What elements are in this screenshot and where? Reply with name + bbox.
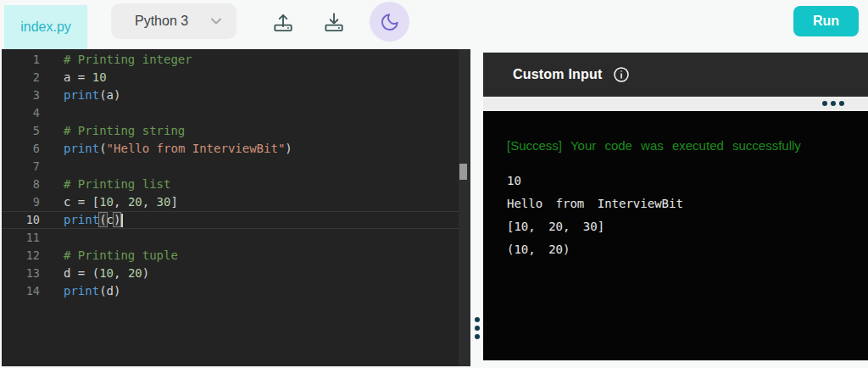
moon-icon: [379, 11, 401, 33]
code-line[interactable]: 10print(c): [2, 211, 459, 229]
code-line[interactable]: 9c = [10, 20, 30]: [2, 193, 459, 211]
line-number: 6: [2, 140, 40, 158]
handle-dot: [822, 101, 827, 106]
line-content: print(d): [64, 282, 120, 300]
chevron-down-icon: [209, 14, 223, 28]
io-split-strip: [483, 97, 868, 111]
handle-dot: [831, 101, 836, 106]
code-line[interactable]: 3print(a): [2, 86, 459, 104]
code-line[interactable]: 4: [2, 104, 459, 122]
panel-resize-handle-vertical[interactable]: [470, 49, 483, 368]
line-content: print(c): [64, 211, 123, 229]
top-toolbar: index.py Python 3 Run: [0, 0, 868, 49]
console-line: Hello from InterviewBit: [507, 192, 860, 215]
handle-dot: [839, 101, 844, 106]
line-number: 14: [2, 282, 40, 300]
handle-dot: [475, 334, 480, 339]
line-number: 5: [2, 122, 40, 140]
tab-label: index.py: [20, 20, 71, 35]
line-number: 12: [2, 247, 40, 265]
code-line[interactable]: 7: [2, 158, 459, 176]
line-number: 8: [2, 176, 40, 193]
editor-scrollbar-thumb[interactable]: [459, 164, 467, 180]
code-line[interactable]: 5# Printing string: [2, 122, 459, 140]
handle-dot: [475, 326, 480, 331]
line-number: 9: [2, 193, 40, 211]
download-icon: [322, 11, 346, 35]
console-line: 10: [507, 170, 860, 192]
code-line[interactable]: 6print("Hello from InterviewBit"): [2, 140, 459, 158]
panel-resize-handle-horizontal[interactable]: [822, 101, 844, 106]
upload-code-button[interactable]: [268, 8, 298, 38]
custom-input-header: Custom Input: [483, 53, 868, 97]
run-button[interactable]: Run: [793, 6, 859, 36]
line-number: 4: [2, 104, 40, 122]
code-line[interactable]: 1# Printing integer: [2, 51, 459, 69]
upload-icon: [271, 11, 295, 35]
console-line: [10, 20, 30]: [507, 215, 860, 238]
code-line[interactable]: 14print(d): [2, 282, 459, 300]
code-line[interactable]: 13d = (10, 20): [2, 265, 459, 282]
code-line[interactable]: 12# Printing tuple: [2, 247, 459, 265]
line-number: 2: [2, 69, 40, 86]
code-lines: 1# Printing integer2a = 103print(a)45# P…: [2, 51, 459, 300]
line-number: 7: [2, 158, 40, 176]
line-content: c = [10, 20, 30]: [64, 193, 178, 211]
line-content: # Printing string: [64, 122, 185, 140]
code-line[interactable]: 2a = 10: [2, 69, 459, 86]
line-number: 13: [2, 265, 40, 282]
editor-scrollbar[interactable]: [459, 49, 470, 366]
line-content: # Printing integer: [64, 51, 192, 69]
code-editor[interactable]: 1# Printing integer2a = 103print(a)45# P…: [2, 49, 470, 366]
theme-toggle-button[interactable]: [370, 2, 409, 42]
custom-input-title: Custom Input: [513, 67, 603, 82]
line-number: 3: [2, 86, 40, 104]
line-number: 10: [2, 211, 40, 229]
code-line[interactable]: 8# Printing list: [2, 176, 459, 193]
output-console[interactable]: [Success] Your code was executed success…: [483, 111, 868, 360]
line-number: 1: [2, 51, 40, 69]
text-cursor: [121, 214, 123, 227]
code-line[interactable]: 11: [2, 229, 459, 247]
line-number: 11: [2, 229, 40, 247]
info-icon[interactable]: [613, 66, 630, 83]
line-content: print("Hello from InterviewBit"): [64, 140, 292, 158]
line-content: print(a): [64, 86, 120, 104]
line-content: a = 10: [64, 69, 107, 86]
console-line: (10, 20): [507, 238, 860, 261]
language-dropdown-value: Python 3: [135, 14, 188, 29]
execution-status: [Success] Your code was executed success…: [507, 138, 860, 153]
tab-index-py[interactable]: index.py: [4, 5, 87, 49]
line-content: # Printing list: [64, 176, 170, 193]
download-code-button[interactable]: [319, 8, 349, 38]
language-dropdown[interactable]: Python 3: [111, 3, 236, 39]
line-content: # Printing tuple: [64, 247, 178, 265]
handle-dot: [475, 317, 480, 322]
line-content: d = (10, 20): [64, 265, 149, 282]
console-output-lines: 10Hello from InterviewBit[10, 20, 30](10…: [507, 170, 860, 261]
